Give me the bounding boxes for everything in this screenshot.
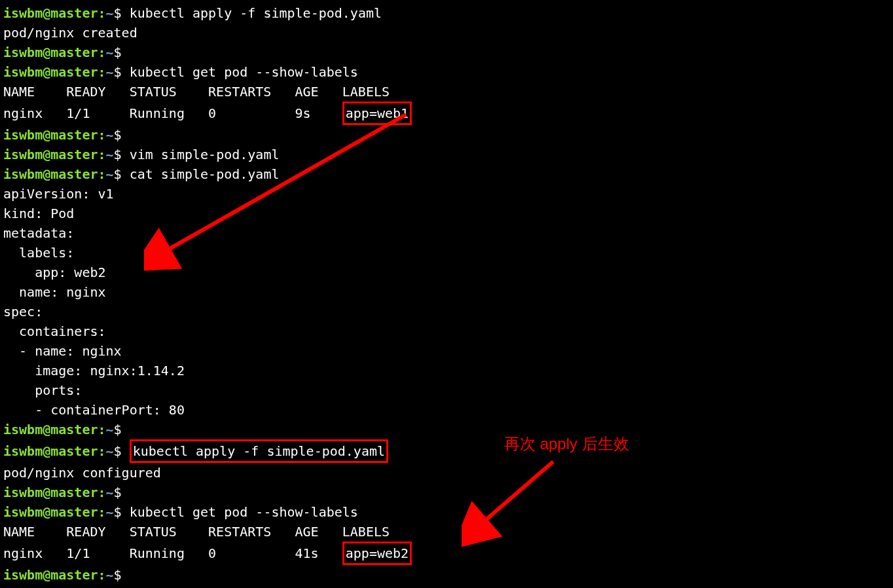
prompt-path: ~ [106,422,114,437]
prompt-dollar: $ [114,422,122,437]
prompt-sep: : [98,504,106,520]
yaml-line: labels: [3,243,890,263]
prompt-path: ~ [106,567,114,583]
prompt-path: ~ [106,147,114,162]
prompt-dollar: $ [114,45,122,60]
prompt-sep: : [98,422,106,437]
terminal-line: iswbm@master:~$ [3,43,890,62]
output-line: pod/nginx configured [3,463,890,483]
prompt-dollar: $ [114,127,122,143]
terminal-line: iswbm@master:~$ kubectl apply -f simple-… [3,3,890,23]
prompt-userhost: iswbm@master [3,64,98,80]
table-row: nginx 1/1 Running 0 41s app=web2 [3,542,890,565]
prompt-userhost: iswbm@master [3,127,98,143]
output-line: pod/nginx created [3,23,890,43]
yaml-line: app: web2 [3,263,890,282]
prompt-dollar: $ [114,64,122,80]
command-text [122,5,130,21]
prompt-path: ~ [106,45,114,60]
terminal-line: iswbm@master:~$ kubectl apply -f simple-… [3,439,890,463]
prompt-sep: : [98,443,106,459]
command-text: vim simple-pod.yaml [130,147,280,162]
command-text: kubectl get pod --show-labels [130,504,358,520]
prompt-sep: : [98,5,106,21]
yaml-line: apiVersion: v1 [3,184,890,204]
yaml-line: kind: Pod [3,204,890,223]
prompt-dollar: $ [114,443,122,459]
table-row-prefix: nginx 1/1 Running 0 41s [3,545,342,561]
terminal-line: iswbm@master:~$ [3,420,890,439]
prompt-sep: : [98,45,106,60]
terminal-line: iswbm@master:~$ vim simple-pod.yaml [3,145,890,164]
table-row: nginx 1/1 Running 0 9s app=web1 [3,101,890,125]
annotation-text: 再次 apply 后生效 [504,432,629,456]
yaml-line: - containerPort: 80 [3,400,890,420]
terminal-content[interactable]: iswbm@master:~$ kubectl apply -f simple-… [3,3,890,588]
prompt-sep: : [98,147,106,162]
prompt-path: ~ [106,166,114,182]
table-header: NAME READY STATUS RESTARTS AGE LABELS [3,522,890,542]
yaml-line: - name: nginx [3,341,890,361]
prompt-userhost: iswbm@master [3,485,98,500]
prompt-path: ~ [106,127,114,143]
terminal-line: iswbm@master:~$ [3,483,890,502]
prompt-sep: : [98,485,106,500]
prompt-path: ~ [106,5,114,21]
terminal-line: iswbm@master:~$ [3,585,890,588]
prompt-sep: : [98,166,106,182]
prompt-sep: : [98,567,106,583]
command-text: cat simple-pod.yaml [130,166,280,182]
yaml-line: ports: [3,380,890,400]
prompt-path: ~ [106,64,114,80]
prompt-dollar: $ [114,166,122,182]
command-text: kubectl get pod --show-labels [130,64,358,80]
prompt-dollar: $ [114,5,122,21]
yaml-line: name: nginx [3,282,890,302]
prompt-userhost: iswbm@master [3,422,98,437]
prompt-dollar: $ [114,504,122,520]
command-text: kubectl apply -f simple-pod.yaml [133,443,385,459]
table-header: NAME READY STATUS RESTARTS AGE LABELS [3,82,890,101]
prompt-dollar: $ [114,485,122,500]
table-row-prefix: nginx 1/1 Running 0 9s [3,105,342,121]
prompt-userhost: iswbm@master [3,504,98,520]
prompt-path: ~ [106,485,114,500]
yaml-line: image: nginx:1.14.2 [3,361,890,380]
prompt-userhost: iswbm@master [3,443,98,459]
highlight-label-2: app=web2 [342,542,412,565]
prompt-path: ~ [106,504,114,520]
yaml-line: metadata: [3,223,890,243]
terminal-line: iswbm@master:~$ kubectl get pod --show-l… [3,502,890,522]
terminal-line: iswbm@master:~$ [3,565,890,585]
prompt-sep: : [98,127,106,143]
prompt-userhost: iswbm@master [3,45,98,60]
prompt-userhost: iswbm@master [3,147,98,162]
prompt-userhost: iswbm@master [3,567,98,583]
yaml-line: spec: [3,302,890,322]
highlight-label-1: app=web1 [342,101,412,125]
prompt-path: ~ [106,443,114,459]
highlight-command: kubectl apply -f simple-pod.yaml [130,439,388,463]
terminal-line: iswbm@master:~$ kubectl get pod --show-l… [3,62,890,82]
terminal-line: iswbm@master:~$ [3,125,890,145]
prompt-sep: : [98,64,106,80]
prompt-dollar: $ [114,147,122,162]
terminal-line: iswbm@master:~$ cat simple-pod.yaml [3,164,890,184]
prompt-userhost: iswbm@master [3,166,98,182]
yaml-line: containers: [3,322,890,341]
prompt-userhost: iswbm@master [3,5,98,21]
prompt-dollar: $ [114,567,122,583]
command-text: kubectl apply -f simple-pod.yaml [130,5,382,21]
